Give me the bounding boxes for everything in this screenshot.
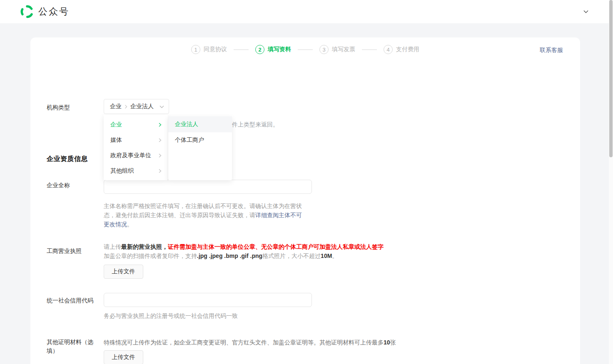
org-type-menu: 企业 媒体 政府及事业单位 其他组织: [104, 115, 168, 180]
submenu-item-label: 个体工商户: [175, 136, 204, 144]
org-type-select[interactable]: 企业 企业法人: [104, 99, 169, 114]
menu-item-media[interactable]: 媒体: [104, 132, 168, 148]
scrollbar-track[interactable]: [609, 0, 613, 364]
license-line2-gray3: 。: [332, 253, 338, 259]
page: 公众号 1 同意协议 2 填写资料 3 填写发票 4 支: [0, 0, 613, 364]
menu-item-enterprise[interactable]: 企业: [104, 117, 168, 132]
business-license-label: 工商营业执照: [47, 247, 82, 255]
contact-support-link[interactable]: 联系客服: [540, 47, 563, 54]
other-materials-desc-suffix: 张: [390, 339, 396, 346]
step-agree-protocol: 1 同意协议: [191, 45, 227, 54]
business-license-instructions: 请上传最新的营业执照，证件需加盖与主体一致的单位公章、无公章的个体工商户可加盖法…: [104, 242, 384, 260]
step-fill-invoice: 3 填写发票: [319, 45, 355, 54]
chevron-right-icon: [158, 168, 162, 173]
step-2-number: 2: [255, 45, 264, 54]
step-2-label: 填写资料: [268, 46, 291, 53]
step-1-label: 同意协议: [204, 46, 227, 53]
submenu-item-individual-business[interactable]: 个体工商户: [168, 132, 232, 148]
other-materials-max-count: 10: [384, 339, 390, 346]
company-name-help-suffix: 。: [127, 221, 133, 228]
menu-item-label: 政府及事业单位: [110, 152, 151, 159]
chevron-right-icon: [158, 138, 162, 143]
step-3-number: 3: [319, 45, 329, 54]
top-header: 公众号: [0, 0, 613, 23]
license-line1-strong: 最新的营业执照，: [121, 243, 168, 250]
license-line1-warning: 证件需加盖与主体一致的单位公章、无公章的个体工商户可加盖法人私章或法人签字: [168, 243, 384, 250]
company-name-label: 企业全称: [47, 181, 70, 190]
step-4-number: 4: [384, 45, 393, 54]
credit-code-input[interactable]: [104, 293, 312, 307]
select-chevron-down-icon: [159, 104, 164, 109]
license-line2-gray1: 加盖公章的扫描件或者复印件，支持: [104, 253, 197, 259]
step-connector: [298, 50, 313, 50]
other-materials-label: 其他证明材料（选填）: [47, 338, 97, 355]
step-3-label: 填写发票: [332, 46, 355, 53]
account-menu-chevron-icon[interactable]: [583, 9, 589, 15]
step-fill-info: 2 填写资料: [255, 45, 291, 54]
scrollbar-thumb[interactable]: [609, 0, 613, 157]
license-formats: .jpg .jpeg .bmp .gif .png: [197, 253, 262, 259]
submenu-item-label: 企业法人: [175, 121, 198, 128]
step-pay-fee: 4 支付费用: [384, 45, 419, 54]
main-card: 1 同意协议 2 填写资料 3 填写发票 4 支付费用 联系客服 机构类型 企业: [30, 37, 580, 364]
credit-code-label: 统一社会信用代码: [47, 296, 93, 305]
step-4-label: 支付费用: [396, 46, 419, 53]
menu-item-government[interactable]: 政府及事业单位: [104, 148, 168, 163]
org-type-hint-text: 件上类型来返回。: [232, 120, 279, 129]
license-max-size: 10M: [321, 253, 332, 259]
chevron-right-icon: [158, 153, 162, 158]
step-connector: [362, 50, 377, 50]
org-type-selected-level1: 企业: [110, 103, 122, 110]
section-title-enterprise-qualification: 企业资质信息: [47, 155, 88, 163]
stepper: 1 同意协议 2 填写资料 3 填写发票 4 支付费用: [30, 45, 580, 54]
wechat-official-account-logo-icon: [20, 5, 34, 19]
other-materials-desc: 特殊情况可上传作为佐证，如企业工商变更证明、官方红头文件、加盖公章证明等。其他证…: [104, 338, 396, 347]
org-type-selected-level2: 企业法人: [130, 103, 154, 110]
other-materials-desc-text: 特殊情况可上传作为佐证，如企业工商变更证明、官方红头文件、加盖公章证明等。其他证…: [104, 339, 384, 346]
chevron-right-icon: [158, 122, 162, 127]
company-name-help: 主体名称需严格按照证件填写，在注册确认后不可更改。请确认主体为在营状态，避免付款…: [104, 201, 304, 229]
credit-code-help: 务必与营业执照上的注册号或统一社会信用代码一致: [104, 311, 238, 320]
company-name-input[interactable]: [104, 180, 312, 194]
step-1-number: 1: [191, 45, 200, 54]
breadcrumb-chevron-icon: [124, 104, 128, 109]
menu-item-label: 企业: [110, 121, 122, 129]
menu-item-other-org[interactable]: 其他组织: [104, 163, 168, 178]
license-line1-gray: 请上传: [104, 243, 121, 250]
org-type-submenu: 企业法人 个体工商户: [168, 116, 232, 180]
menu-item-label: 媒体: [110, 136, 122, 144]
submenu-item-legal-person[interactable]: 企业法人: [168, 116, 232, 132]
license-line2-gray2: 格式照片，大小不超过: [262, 253, 321, 259]
brand-title: 公众号: [38, 5, 70, 18]
step-connector: [234, 50, 249, 50]
menu-item-label: 其他组织: [110, 167, 134, 175]
other-materials-upload-button[interactable]: 上传文件: [104, 350, 143, 364]
org-type-label: 机构类型: [47, 103, 70, 112]
license-upload-button[interactable]: 上传文件: [104, 265, 143, 279]
